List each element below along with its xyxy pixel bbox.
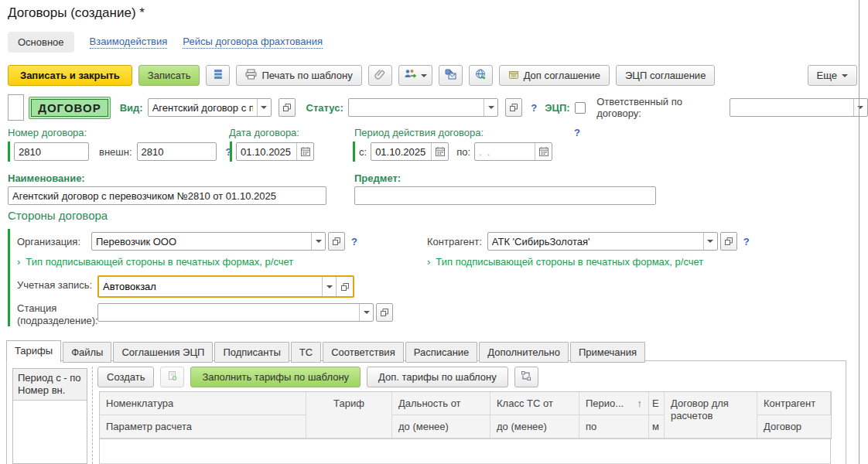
external-number-input[interactable] — [138, 146, 216, 158]
panel-splitter[interactable] — [92, 367, 93, 464]
dropdown-caret-icon — [421, 74, 427, 80]
subject-input[interactable] — [355, 190, 655, 202]
col-m[interactable]: м — [649, 415, 665, 438]
contract-mark-box[interactable] — [8, 94, 24, 121]
dop-agreement-button[interactable]: Доп соглашение — [499, 65, 610, 86]
kind-input[interactable] — [149, 102, 257, 114]
name-input[interactable] — [9, 190, 326, 202]
tab-tariffs[interactable]: Тарифы — [6, 340, 61, 363]
status-help-link[interactable]: ? — [531, 102, 537, 114]
dop-tariffs-by-template-button[interactable]: Доп. тарифы по шаблону — [367, 367, 508, 387]
organization-help-link[interactable]: ? — [351, 236, 357, 247]
period-from-calendar-button[interactable] — [431, 143, 448, 160]
counterparty-signer-type-toggle[interactable]: › Тип подписывающей стороны в печатных ф… — [427, 256, 703, 268]
account-open-button[interactable] — [336, 277, 353, 296]
number-field[interactable] — [14, 142, 89, 161]
col-class-from[interactable]: Класс ТС от — [490, 392, 579, 415]
counterparty-help-link[interactable]: ? — [743, 236, 750, 247]
period-to-calendar-button[interactable] — [535, 143, 552, 160]
col-calc-param[interactable]: Параметр расчета — [100, 415, 306, 438]
counterparty-field[interactable] — [487, 232, 718, 251]
kind-dropdown-button[interactable] — [257, 99, 271, 116]
reorder-button[interactable] — [514, 367, 538, 387]
col-distance-from[interactable]: Дальность от — [392, 392, 490, 415]
col-period[interactable]: Перио... ↑ — [579, 392, 649, 415]
tab-correspondences[interactable]: Соответствия — [323, 342, 404, 363]
tab-main[interactable]: Основное — [8, 32, 74, 53]
save-and-close-button[interactable]: Записать и закрыть — [8, 65, 132, 86]
period-from-input[interactable] — [371, 146, 431, 158]
period-from-field[interactable] — [371, 142, 449, 161]
col-period-to[interactable]: по — [579, 415, 649, 438]
tab-notes[interactable]: Примечания — [570, 342, 645, 363]
station-field[interactable] — [97, 303, 374, 322]
responsible-field[interactable] — [730, 98, 868, 117]
more-button[interactable]: Еще — [808, 65, 857, 86]
col-counterparty[interactable]: Контрагент — [757, 392, 831, 415]
counterparty-dropdown-button[interactable] — [703, 233, 717, 250]
station-dropdown-button[interactable] — [359, 304, 373, 321]
copy-tariff-button[interactable] — [160, 367, 184, 387]
period-to-input[interactable] — [475, 146, 535, 158]
account-dropdown-button[interactable] — [322, 277, 336, 296]
account-input[interactable] — [99, 281, 322, 292]
col-distance-to[interactable]: до (менее) — [392, 415, 490, 438]
print-by-template-button[interactable]: Печать по шаблону — [236, 65, 361, 86]
counterparty-input[interactable] — [488, 236, 703, 247]
col-tariff[interactable]: Тариф — [306, 392, 392, 438]
col-contract-for-calc[interactable]: Договор для расчетов — [665, 392, 757, 438]
col-contract[interactable]: Договор — [757, 415, 831, 438]
period-list[interactable]: Период с - по Номер вн. — [12, 368, 87, 464]
counterparty-open-button[interactable] — [720, 232, 737, 251]
status-field[interactable] — [348, 98, 499, 117]
org-signer-type-toggle[interactable]: › Тип подписывающей стороны в печатных ф… — [17, 256, 293, 268]
create-tariff-button[interactable]: Создать — [97, 367, 154, 387]
responsible-dropdown-button[interactable] — [853, 99, 867, 116]
period-to-field[interactable] — [474, 142, 552, 161]
station-open-button[interactable] — [376, 303, 393, 322]
tab-ecp-agreements[interactable]: Соглашения ЭЦП — [113, 342, 213, 363]
versions-button[interactable] — [206, 65, 230, 86]
date-calendar-button[interactable] — [296, 143, 313, 160]
history-button[interactable] — [469, 65, 493, 86]
col-class-to[interactable]: до (менее) — [490, 415, 579, 438]
status-input[interactable] — [349, 102, 484, 114]
date-input[interactable] — [237, 146, 296, 158]
tab-schedule[interactable]: Расписание — [405, 342, 478, 363]
tab-files[interactable]: Файлы — [63, 342, 111, 363]
required-marker — [230, 142, 232, 162]
attachments-button[interactable] — [368, 65, 392, 86]
ecp-agreement-button[interactable]: ЭЦП соглашение — [616, 65, 715, 86]
tariffs-table-body[interactable] — [99, 439, 831, 464]
organization-dropdown-button[interactable] — [311, 233, 325, 250]
tab-signers[interactable]: Подписанты — [214, 342, 289, 363]
name-field[interactable] — [8, 186, 326, 205]
account-field-focused[interactable] — [97, 275, 354, 298]
col-e[interactable]: Е — [649, 392, 665, 415]
add-contact-button[interactable] — [398, 65, 432, 86]
date-field[interactable] — [236, 142, 314, 161]
organization-field[interactable] — [91, 232, 326, 251]
tab-vehicles[interactable]: ТС — [291, 342, 321, 363]
organization-open-button[interactable] — [328, 232, 345, 251]
station-input[interactable] — [98, 307, 359, 319]
send-email-button[interactable] — [439, 65, 463, 86]
fill-tariffs-by-template-button[interactable]: Заполнить тарифы по шаблону — [190, 367, 361, 387]
period-help-link[interactable]: ? — [574, 127, 580, 138]
ecp-checkbox[interactable] — [575, 102, 586, 114]
kind-field[interactable] — [148, 98, 272, 117]
external-number-field[interactable] — [137, 142, 217, 161]
col-nomenclature[interactable]: Номенклатура — [100, 392, 306, 415]
status-label: Статус: — [306, 102, 343, 114]
status-dropdown-button[interactable] — [484, 99, 497, 116]
status-open-button[interactable] — [505, 98, 522, 117]
tab-additional[interactable]: Дополнительно — [479, 342, 569, 363]
subject-field[interactable] — [354, 186, 656, 205]
tab-interactions[interactable]: Взаимодействия — [90, 36, 168, 49]
save-button[interactable]: Записать — [138, 65, 200, 86]
number-input[interactable] — [15, 146, 88, 158]
responsible-input[interactable] — [730, 102, 853, 114]
kind-open-button[interactable] — [279, 98, 296, 117]
organization-input[interactable] — [92, 236, 311, 247]
tab-charter-voyages[interactable]: Рейсы договора фрахтования — [183, 36, 323, 49]
